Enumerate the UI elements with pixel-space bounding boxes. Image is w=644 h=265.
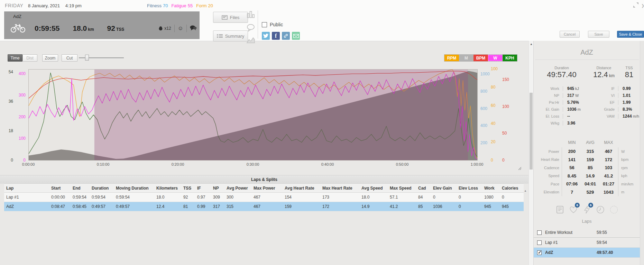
- public-checkbox[interactable]: [262, 22, 267, 27]
- weekday-label: FRIDAY: [5, 3, 23, 8]
- time-toggle-button[interactable]: Time: [8, 54, 22, 62]
- lap-checkbox[interactable]: [537, 240, 542, 245]
- column-header-max-speed[interactable]: Max Speed: [388, 184, 416, 193]
- legend-bpm-button[interactable]: BPM: [473, 55, 488, 61]
- mam-value: 467: [599, 149, 618, 154]
- smoothing-slider-thumb[interactable]: [85, 55, 89, 61]
- column-header-elev-gain[interactable]: Elev Gain: [431, 184, 457, 193]
- mam-value: 8.45: [563, 173, 581, 179]
- lap-checkbox[interactable]: ✓: [537, 250, 542, 255]
- email-share-icon[interactable]: [292, 32, 300, 40]
- facebook-share-icon[interactable]: f: [272, 32, 280, 40]
- cut-button[interactable]: Cut: [62, 54, 77, 62]
- column-header-avg-speed[interactable]: Avg Speed: [359, 184, 388, 193]
- mam-value: 172: [599, 157, 618, 162]
- lap-list-item[interactable]: Entire Workout59:55: [534, 228, 640, 238]
- lap-list-item[interactable]: ✓AdZ49:57.40: [534, 248, 640, 258]
- mam-row-power: Power200315467W: [535, 147, 639, 156]
- files-button[interactable]: Files: [213, 12, 248, 23]
- mam-unit: W: [618, 149, 625, 154]
- collapse-panel-icon[interactable]: ❯: [641, 3, 644, 8]
- lap-table-cell: 0:59:54: [90, 193, 114, 202]
- table-scroll-up-icon[interactable]: ▲: [524, 189, 527, 192]
- column-header-avg-power[interactable]: Avg Power: [224, 184, 251, 193]
- stat-value: 945kJ: [563, 86, 591, 91]
- cancel-button[interactable]: Cancel: [560, 31, 580, 38]
- sidebar-stats-right: IF0.99VI1.01EF1.99Grade8.3%VAM1244m/h: [590, 85, 644, 120]
- mam-value: 103: [599, 165, 618, 170]
- legend-m-button[interactable]: M: [459, 55, 473, 61]
- stat-row-vam: VAM1244m/h: [590, 113, 644, 120]
- stat-row-np: NP317W: [535, 92, 591, 99]
- distance-summary: 18.0 km: [73, 24, 94, 33]
- column-header-tss[interactable]: TSS: [181, 184, 195, 193]
- chart-canvas[interactable]: [29, 70, 477, 160]
- lap-checkbox[interactable]: [537, 230, 542, 235]
- dashed-circle-icon[interactable]: [609, 205, 618, 214]
- save-and-close-button[interactable]: Save & Close: [617, 31, 644, 38]
- multiplier-label: x12: [164, 26, 171, 31]
- stat-label: IF: [590, 86, 618, 91]
- column-header-start[interactable]: Start: [49, 184, 71, 193]
- power-zones-icon[interactable]: 6: [582, 205, 591, 214]
- column-header-if[interactable]: IF: [195, 184, 211, 193]
- lap-table-row[interactable]: AdZ0:08:470:58:450:49:570:49:5712.4810.9…: [4, 202, 524, 211]
- lap-table-cell: 0: [457, 202, 482, 211]
- line-chart-icon[interactable]: [246, 37, 255, 46]
- column-header-avg-heart-rate[interactable]: Avg Heart Rate: [283, 184, 320, 193]
- kph-axis-tick: 54: [3, 70, 13, 74]
- link-share-icon[interactable]: [282, 32, 290, 40]
- metric-fatigue-value: 55: [188, 3, 193, 8]
- rpm-axis-tick: 0: [491, 158, 500, 163]
- x-axis-tick: 0:30:00: [241, 162, 265, 166]
- bar-chart-icon[interactable]: [247, 10, 255, 20]
- column-header-calories[interactable]: Calories: [500, 184, 524, 193]
- column-header-end[interactable]: End: [71, 184, 90, 193]
- dist-toggle-button[interactable]: Dist: [22, 54, 37, 62]
- column-header-cad[interactable]: Cad: [416, 184, 431, 193]
- column-header-moving-duration[interactable]: Moving Duration: [114, 184, 154, 193]
- legend-kph-button[interactable]: KPH: [503, 55, 517, 61]
- column-header-kilometers[interactable]: Kilometers: [154, 184, 181, 193]
- lap-list-item[interactable]: Lap #159:54: [534, 238, 640, 248]
- time-zones-icon[interactable]: [596, 205, 605, 214]
- comments-icon[interactable]: [190, 25, 197, 32]
- mam-value: 41.2: [599, 173, 618, 179]
- workout-title: AdZ: [13, 14, 21, 19]
- sidebar-summary: Duration49:57.40Distance12.4 kmTSS81: [535, 66, 639, 79]
- column-header-elev-loss[interactable]: Elev Loss: [457, 184, 482, 193]
- stat-row-vi: VI1.01: [590, 92, 644, 99]
- lap-table-cell: 945: [482, 202, 500, 211]
- lap-name: AdZ: [545, 250, 553, 255]
- zoom-button[interactable]: Zoom: [42, 54, 58, 62]
- column-header-max-heart-rate[interactable]: Max Heart Rate: [320, 184, 359, 193]
- column-header-np[interactable]: NP: [211, 184, 224, 193]
- column-header-lap[interactable]: Lap: [4, 184, 49, 193]
- expand-window-icon[interactable]: [633, 2, 639, 9]
- lap-name: Entire Workout: [545, 230, 572, 235]
- column-header-max-power[interactable]: Max Power: [251, 184, 283, 193]
- lap-table-cell: 300: [224, 193, 251, 202]
- sidebar-scrollbar[interactable]: [640, 41, 644, 265]
- lap-table-row[interactable]: Lap #10:00:000:59:540:59:540:59:5418.092…: [4, 193, 524, 202]
- column-header-work[interactable]: Work: [482, 184, 500, 193]
- legend-rpm-button[interactable]: RPM: [444, 55, 459, 61]
- save-button[interactable]: Save: [588, 31, 609, 38]
- scrollbar-thumb[interactable]: [530, 93, 533, 170]
- meters-axis-tick: 800: [480, 89, 493, 94]
- lap-selection-overlay[interactable]: [94, 70, 468, 160]
- stat-label: VAM: [590, 114, 618, 118]
- feeling-icon[interactable]: ☺: [178, 25, 183, 31]
- notes-icon[interactable]: [555, 205, 564, 214]
- legend-w-button[interactable]: W: [488, 55, 503, 61]
- laps-splits-title-bar: Laps & Splits: [0, 175, 528, 184]
- summary-button[interactable]: Summary: [213, 30, 248, 42]
- chart-resize-handle[interactable]: [517, 165, 522, 172]
- comment-bubble-icon[interactable]: [247, 24, 255, 33]
- column-header-duration[interactable]: Duration: [90, 184, 114, 193]
- heart-rate-zones-icon[interactable]: 6: [569, 205, 578, 214]
- distance-value: 18.0: [73, 24, 87, 33]
- scroll-up-icon[interactable]: ▲: [530, 43, 533, 46]
- main-scrollbar[interactable]: ▲: [528, 41, 533, 265]
- twitter-share-icon[interactable]: [262, 32, 270, 40]
